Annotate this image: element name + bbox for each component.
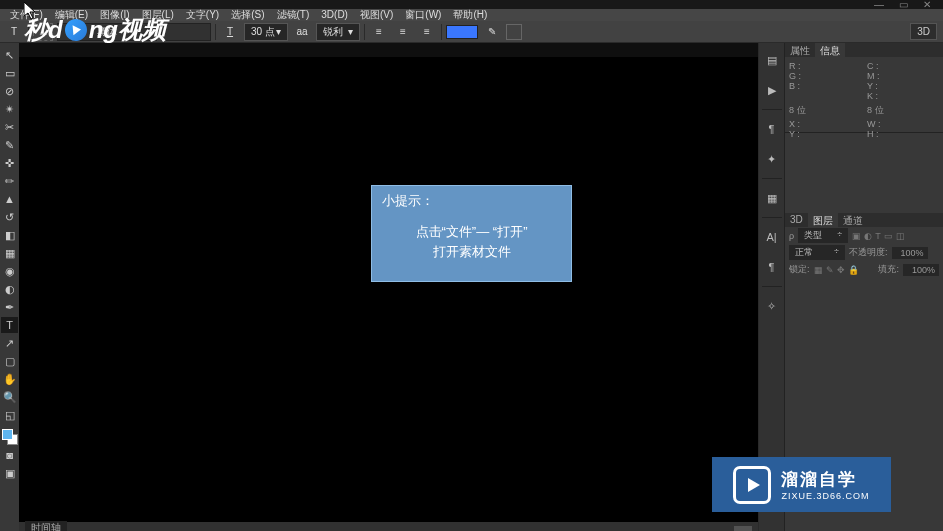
3d-mode-tab[interactable]: 3D [910, 23, 937, 40]
opacity-value[interactable]: 100% [892, 247, 928, 259]
aa-icon: aa [292, 23, 312, 41]
brand-title: 溜溜自学 [781, 468, 869, 491]
info-panel: R : G : B : C : M : Y : K : 8 位 8 位 X : [785, 57, 943, 133]
info-b: B : [789, 81, 861, 91]
info-y: Y : [867, 81, 939, 91]
tab-channels[interactable]: 通道 [838, 213, 868, 227]
font-style-dropdown[interactable] [161, 23, 211, 41]
menu-help[interactable]: 帮助(H) [447, 9, 493, 21]
eyedropper-tool-icon[interactable]: ✎ [1, 137, 18, 153]
lock-pos-icon[interactable]: ✥ [837, 265, 845, 275]
align-center-icon[interactable]: ≡ [393, 23, 413, 41]
lasso-tool-icon[interactable]: ⊘ [1, 83, 18, 99]
fill-value[interactable]: 100% [903, 264, 939, 276]
screen-mode-icon[interactable]: ▣ [1, 465, 18, 481]
info-bit1: 8 位 [789, 105, 861, 115]
info-g: G : [789, 71, 861, 81]
paragraph-panel-icon[interactable]: ¶ [761, 256, 783, 278]
restore-icon[interactable]: ▭ [891, 1, 915, 9]
opacity-label: 不透明度: [849, 246, 888, 259]
brush-tool-icon[interactable]: ✏ [1, 173, 18, 189]
status-thumb[interactable] [734, 526, 752, 531]
blur-tool-icon[interactable]: ◉ [1, 263, 18, 279]
minimize-icon[interactable]: — [867, 1, 891, 9]
filter-adjust-icon[interactable]: ◐ [864, 231, 872, 241]
stamp-tool-icon[interactable]: ▲ [1, 191, 18, 207]
menu-select[interactable]: 选择(S) [225, 9, 270, 21]
info-bit2: 8 位 [867, 105, 939, 115]
adjustments-panel-icon[interactable]: ✧ [761, 295, 783, 317]
hint-line2: 打开素材文件 [382, 242, 561, 262]
gradient-tool-icon[interactable]: ▦ [1, 245, 18, 261]
watermark-part1: 秒d [24, 14, 63, 46]
lock-all-icon[interactable]: 🔒 [848, 265, 859, 275]
filter-smart-icon[interactable]: ◫ [896, 231, 905, 241]
healing-tool-icon[interactable]: ✜ [1, 155, 18, 171]
info-c: C : [867, 61, 939, 71]
filter-shape-icon[interactable]: ▭ [884, 231, 893, 241]
play-icon [64, 18, 88, 42]
menu-view[interactable]: 视图(V) [354, 9, 399, 21]
status-bar: 时间轴 [19, 522, 758, 531]
panels-icon[interactable] [506, 24, 522, 40]
history-panel-icon[interactable]: ▤ [761, 49, 783, 71]
info-m: M : [867, 71, 939, 81]
char-panel-icon[interactable]: A| [761, 226, 783, 248]
actions-panel-icon[interactable]: ▶ [761, 79, 783, 101]
align-right-icon[interactable]: ≡ [417, 23, 437, 41]
history-brush-icon[interactable]: ↺ [1, 209, 18, 225]
brush-panel-icon[interactable]: ✦ [761, 148, 783, 170]
crop-tool-icon[interactable]: ✂ [1, 119, 18, 135]
menu-filter[interactable]: 滤镜(T) [271, 9, 316, 21]
info-w: W : [867, 119, 939, 129]
filter-image-icon[interactable]: ▣ [852, 231, 861, 241]
hint-tooltip: 小提示： 点击“文件”— “打开” 打开素材文件 [371, 185, 572, 282]
font-size-icon: T [220, 23, 240, 41]
info-r: R : [789, 61, 861, 71]
layer-filter-icon[interactable]: ρ [789, 231, 794, 241]
layer-filter-type[interactable]: 类型÷ [798, 228, 848, 243]
tab-info[interactable]: 信息 [815, 43, 845, 57]
watermark-part2: ng视频 [89, 14, 166, 46]
tool-preset-icon[interactable]: T [4, 23, 24, 41]
hint-title: 小提示： [382, 192, 561, 210]
mask-mode-icon[interactable]: ◙ [1, 447, 18, 463]
menu-3d[interactable]: 3D(D) [315, 9, 354, 21]
pen-tool-icon[interactable]: ✒ [1, 299, 18, 315]
marquee-tool-icon[interactable]: ▭ [1, 65, 18, 81]
character-panel-icon[interactable]: ¶ [761, 118, 783, 140]
fill-label: 填充: [878, 263, 899, 276]
zoom-tool-icon[interactable]: 🔍 [1, 389, 18, 405]
font-size-select[interactable]: 30 点▾ [244, 23, 288, 41]
eraser-tool-icon[interactable]: ◧ [1, 227, 18, 243]
align-left-icon[interactable]: ≡ [369, 23, 389, 41]
aa-mode-select[interactable]: 锐利▾ [316, 23, 360, 41]
hand-tool-icon[interactable]: ✋ [1, 371, 18, 387]
text-color-swatch[interactable] [446, 25, 478, 39]
path-select-icon[interactable]: ↗ [1, 335, 18, 351]
brand-subtitle: ZIXUE.3D66.COM [781, 491, 869, 501]
move-tool-icon[interactable]: ↖ [1, 47, 18, 63]
lock-trans-icon[interactable]: ▦ [814, 265, 823, 275]
wand-tool-icon[interactable]: ✴ [1, 101, 18, 117]
dodge-tool-icon[interactable]: ◐ [1, 281, 18, 297]
canvas-area[interactable]: 时间轴 [19, 43, 759, 531]
tab-properties[interactable]: 属性 [785, 43, 815, 57]
info-k: K : [867, 91, 939, 101]
menu-window[interactable]: 窗口(W) [399, 9, 447, 21]
status-label[interactable]: 时间轴 [25, 521, 67, 531]
color-swatch[interactable] [2, 429, 18, 445]
lock-paint-icon[interactable]: ✎ [826, 265, 834, 275]
shape-tool-icon[interactable]: ▢ [1, 353, 18, 369]
blend-mode-dropdown[interactable]: 正常÷ [789, 245, 845, 260]
watermark-logo: 秒d ng视频 [24, 14, 166, 46]
default-colors-icon[interactable]: ◱ [1, 407, 18, 423]
filter-text-icon[interactable]: T [875, 231, 881, 241]
tab-3d[interactable]: 3D [785, 213, 808, 227]
close-icon[interactable]: ✕ [915, 1, 939, 9]
swatches-panel-icon[interactable]: ▦ [761, 187, 783, 209]
text-tool-icon[interactable]: T [1, 317, 18, 333]
warp-text-icon[interactable]: ✎ [482, 23, 502, 41]
menu-text[interactable]: 文字(Y) [180, 9, 225, 21]
tab-layers[interactable]: 图层 [808, 213, 838, 227]
